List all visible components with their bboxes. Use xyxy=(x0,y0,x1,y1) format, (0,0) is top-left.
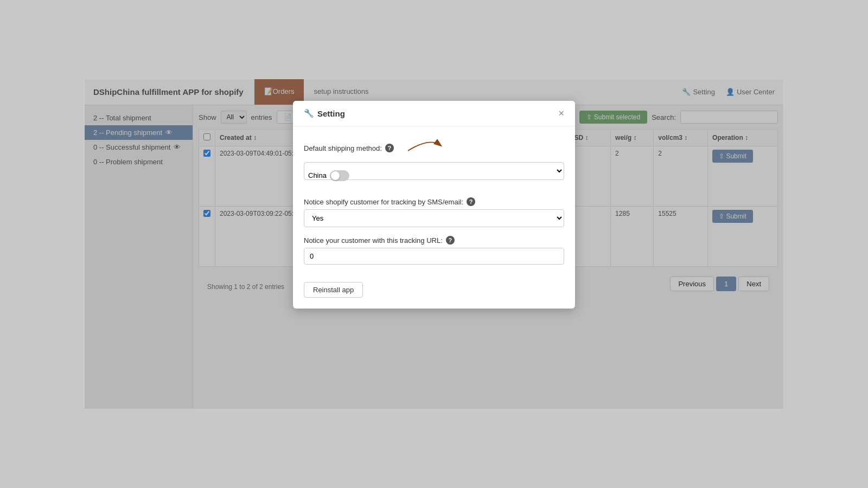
tracking-help-icon[interactable]: ? xyxy=(467,197,475,206)
tracking-url-label: Notice your customer with this tracking … xyxy=(304,236,564,245)
tracking-notice-label: Notice shopify customer for tracking by … xyxy=(304,197,564,206)
china-toggle[interactable] xyxy=(330,170,349,181)
setting-modal: 🔧 Setting × Default shipping method: ? xyxy=(293,101,575,309)
shipping-help-icon[interactable]: ? xyxy=(385,144,394,152)
shipping-method-label: Default shipping method: ? xyxy=(304,137,564,159)
modal-title: 🔧 Setting xyxy=(304,108,345,118)
modal-body: Default shipping method: ? xyxy=(293,126,575,282)
tracking-url-input[interactable] xyxy=(304,248,564,265)
url-help-icon[interactable]: ? xyxy=(446,236,455,245)
modal-overlay[interactable]: 🔧 Setting × Default shipping method: ? xyxy=(85,79,783,409)
reinstall-button[interactable]: Reinstall app xyxy=(304,282,363,298)
modal-header: 🔧 Setting × xyxy=(293,101,575,126)
modal-footer: Reinstall app xyxy=(293,282,575,309)
modal-wrench-icon: 🔧 xyxy=(304,108,314,118)
tracking-notice-select[interactable]: Yes No xyxy=(304,209,564,227)
modal-close-button[interactable]: × xyxy=(558,108,564,118)
